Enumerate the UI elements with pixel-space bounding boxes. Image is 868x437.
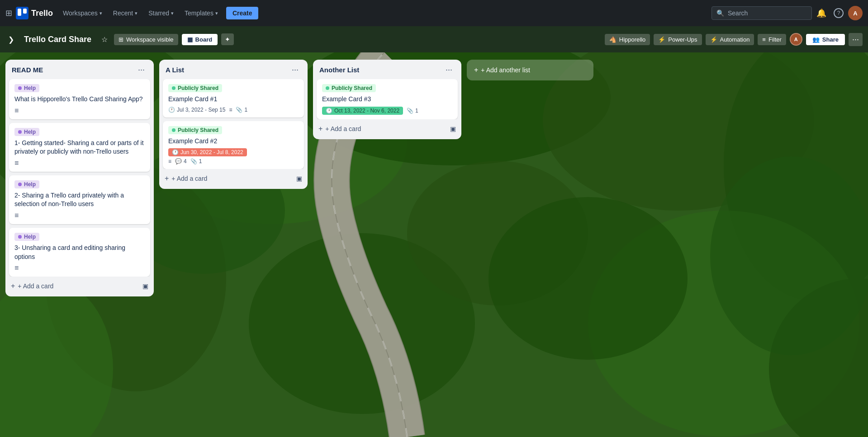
list-menu-button-read-me[interactable]: ··· bbox=[135, 64, 147, 75]
card-template-icon-another-list[interactable]: ▣ bbox=[450, 125, 456, 132]
card-attach-5: 📎 1 bbox=[236, 107, 247, 113]
list-header-read-me: READ ME ··· bbox=[5, 60, 154, 79]
list-menu-button-a-list[interactable]: ··· bbox=[289, 64, 301, 75]
add-card-icon-a-list: + bbox=[165, 174, 169, 183]
add-list-button[interactable]: + + Add another list bbox=[467, 60, 593, 80]
recent-button[interactable]: Recent ▾ bbox=[109, 7, 142, 19]
top-nav: ⊞ Trello Workspaces ▾ Recent ▾ Starred ▾… bbox=[0, 0, 868, 26]
clock-icon-7: 🕐 bbox=[326, 108, 332, 114]
card-lines-2: ≡ bbox=[14, 159, 145, 167]
card-template-icon-a-list[interactable]: ▣ bbox=[296, 175, 302, 182]
power-ups-button[interactable]: ⚡ Power-Ups bbox=[654, 34, 702, 45]
board-member-avatar[interactable]: A bbox=[790, 33, 802, 46]
svg-rect-1 bbox=[18, 9, 21, 16]
card-title-4: 3- Unsharing a card and editing sharing … bbox=[14, 244, 145, 261]
create-button[interactable]: Create bbox=[226, 7, 259, 19]
card-label-3: Help bbox=[14, 180, 39, 188]
card-lines-meta-6: ≡ bbox=[168, 158, 171, 164]
list-menu-button-another-list[interactable]: ··· bbox=[443, 64, 455, 75]
grid-icon[interactable]: ⊞ bbox=[5, 8, 12, 18]
templates-button[interactable]: Templates ▾ bbox=[180, 7, 223, 19]
attach-icon-5: 📎 bbox=[236, 107, 242, 113]
trello-logo-text: Trello bbox=[31, 9, 53, 18]
list-title-another-list: Another List bbox=[319, 66, 439, 74]
customize-icon: ✦ bbox=[225, 36, 230, 43]
search-icon: 🔍 bbox=[716, 9, 724, 17]
attach-icon-6: 📎 bbox=[190, 158, 197, 164]
card-title-6: Example Card #2 bbox=[168, 137, 299, 146]
label-dot-icon-4 bbox=[18, 235, 22, 239]
clock-icon-6: 🕐 bbox=[172, 149, 179, 155]
card-title-2: 1- Getting started- Sharing a card or pa… bbox=[14, 139, 145, 156]
label-dot-icon-3 bbox=[18, 183, 22, 186]
help-icon: ? bbox=[834, 8, 844, 18]
add-card-icon-another-list: + bbox=[318, 125, 323, 133]
list-cards-another-list: ✏ Publicly Shared Example Card #3 🕐 Oct … bbox=[313, 79, 461, 119]
list-cards-read-me: ✏ Help What is Hipporello's Trello Card … bbox=[5, 79, 154, 277]
workspaces-button[interactable]: Workspaces ▾ bbox=[58, 7, 107, 19]
add-list-icon: + bbox=[474, 66, 478, 74]
filter-icon: ≡ bbox=[762, 36, 766, 43]
add-card-icon-read-me: + bbox=[11, 282, 15, 290]
notification-button[interactable]: 🔔 bbox=[814, 5, 829, 21]
add-card-button-a-list[interactable]: + + Add a card ▣ bbox=[159, 171, 308, 186]
card-lines-1: ≡ bbox=[14, 107, 145, 115]
card-label-6: Publicly Shared bbox=[168, 126, 222, 134]
add-card-button-read-me[interactable]: + + Add a card ▣ bbox=[5, 278, 154, 294]
share-button[interactable]: 👥 Share bbox=[806, 34, 845, 45]
trello-logo-icon bbox=[16, 7, 28, 19]
search-input[interactable] bbox=[728, 9, 807, 17]
lines-icon-5: ≡ bbox=[229, 107, 232, 113]
card-5[interactable]: ✏ Publicly Shared Example Card #1 🕐 Jul … bbox=[163, 79, 304, 117]
label-dot-icon-5 bbox=[172, 86, 175, 90]
list-read-me: READ ME ··· ✏ Help What is Hipporello's … bbox=[5, 60, 154, 296]
avatar[interactable]: A bbox=[848, 6, 863, 20]
board-view-icon: ▦ bbox=[187, 36, 193, 43]
card-title-3: 2- Sharing a Trello card privately with … bbox=[14, 191, 145, 209]
card-date-5: 🕐 Jul 3, 2022 - Sep 15 bbox=[168, 107, 225, 113]
card-label-7: Publicly Shared bbox=[322, 84, 376, 92]
card-title-1: What is Hipporello's Trello Card Sharing… bbox=[14, 95, 145, 104]
card-6[interactable]: ✏ Publicly Shared Example Card #2 🕐 Jun … bbox=[163, 121, 304, 169]
list-header-a-list: A List ··· bbox=[159, 60, 308, 79]
list-a-list: A List ··· ✏ Publicly Shared Example Car… bbox=[159, 60, 308, 189]
card-footer-7: 🕐 Oct 13, 2022 - Nov 6, 2022 📎 1 bbox=[322, 107, 452, 115]
visibility-icon: ⊞ bbox=[119, 36, 123, 43]
automation-icon: ⚡ bbox=[710, 36, 717, 43]
card-attach-7: 📎 1 bbox=[407, 108, 418, 114]
list-cards-a-list: ✏ Publicly Shared Example Card #1 🕐 Jul … bbox=[159, 79, 308, 169]
card-7[interactable]: ✏ Publicly Shared Example Card #3 🕐 Oct … bbox=[317, 79, 458, 119]
comment-icon-6: 💬 bbox=[175, 158, 182, 164]
card-1[interactable]: ✏ Help What is Hipporello's Trello Card … bbox=[9, 79, 150, 119]
card-2[interactable]: ✏ Help 1- Getting started- Sharing a car… bbox=[9, 123, 150, 172]
trello-logo[interactable]: Trello bbox=[16, 7, 53, 19]
label-dot-icon-7 bbox=[326, 86, 329, 90]
automation-button[interactable]: ⚡ Automation bbox=[706, 34, 754, 45]
board-view-button[interactable]: ▦ Board bbox=[182, 34, 218, 45]
label-dot-icon-6 bbox=[172, 128, 175, 132]
card-label-1: Help bbox=[14, 84, 39, 92]
board-title: Trello Card Share bbox=[20, 33, 95, 46]
help-button[interactable]: ? bbox=[831, 5, 846, 21]
workspaces-chevron-icon: ▾ bbox=[100, 10, 102, 16]
search-box[interactable]: 🔍 bbox=[711, 6, 812, 20]
starred-button[interactable]: Starred ▾ bbox=[144, 7, 178, 19]
customize-button[interactable]: ✦ bbox=[221, 33, 234, 45]
card-lines-3: ≡ bbox=[14, 211, 145, 220]
board-star-button[interactable]: ☆ bbox=[99, 33, 110, 46]
clock-icon-5: 🕐 bbox=[168, 107, 175, 113]
card-template-icon-read-me[interactable]: ▣ bbox=[142, 282, 148, 290]
card-3[interactable]: ✏ Help 2- Sharing a Trello card privatel… bbox=[9, 175, 150, 224]
recent-chevron-icon: ▾ bbox=[135, 10, 138, 16]
hipporello-button[interactable]: 🐴 Hipporello bbox=[605, 34, 650, 45]
filter-button[interactable]: ≡ Filter bbox=[758, 34, 786, 45]
sidebar-expand-button[interactable]: ❯ bbox=[5, 33, 17, 47]
lines-icon-6: ≡ bbox=[168, 158, 171, 164]
label-dot-icon-1 bbox=[18, 86, 22, 90]
card-4[interactable]: ✏ Help 3- Unsharing a card and editing s… bbox=[9, 228, 150, 277]
list-title-a-list: A List bbox=[166, 66, 285, 74]
visibility-button[interactable]: ⊞ Workspace visible bbox=[114, 34, 178, 45]
bell-icon: 🔔 bbox=[816, 8, 826, 18]
more-options-button[interactable]: ··· bbox=[849, 33, 863, 46]
add-card-button-another-list[interactable]: + + Add a card ▣ bbox=[313, 121, 461, 136]
